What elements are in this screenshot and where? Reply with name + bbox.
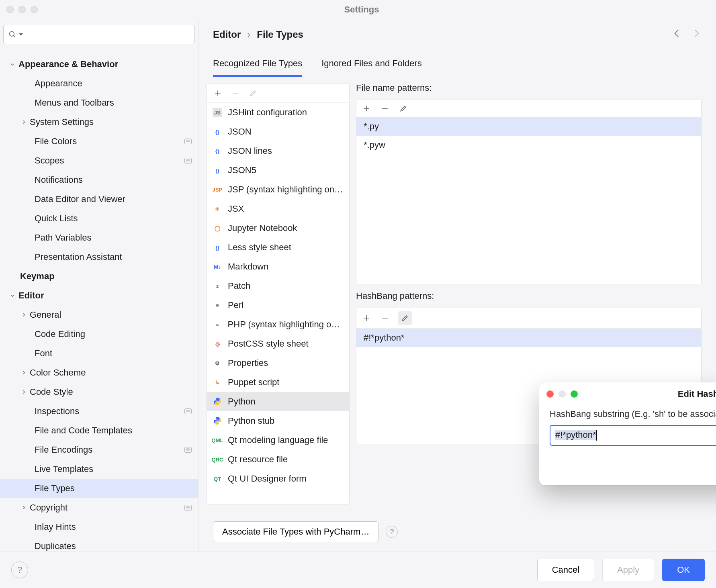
modal-close-icon[interactable] — [546, 390, 554, 398]
sidebar-item-file-and-code-templates[interactable]: File and Code Templates — [0, 421, 198, 440]
filetype-item-postcss-style-sheet[interactable]: ◎PostCSS style sheet — [207, 334, 349, 353]
sidebar-item-label: Data Editor and Viewer — [35, 194, 192, 204]
remove-hashbang-button[interactable] — [380, 313, 390, 323]
chevron-right-icon — [20, 118, 27, 126]
chevron-down-icon — [19, 33, 23, 36]
back-button[interactable] — [672, 28, 682, 41]
sidebar-item-presentation-assistant[interactable]: Presentation Assistant — [0, 247, 198, 267]
sidebar-item-font[interactable]: Font — [0, 344, 198, 363]
sidebar-item-copyright[interactable]: Copyright — [0, 498, 198, 517]
close-window-icon[interactable] — [6, 6, 14, 13]
add-hashbang-button[interactable] — [361, 313, 372, 323]
sidebar-item-label: Color Scheme — [30, 368, 192, 378]
file-pattern-item[interactable]: *.py — [356, 117, 701, 136]
filetype-item-qt-modeling-language-file[interactable]: QMLQt modeling language file — [207, 431, 349, 450]
file-pattern-item[interactable]: *.pyw — [356, 136, 701, 154]
tab-recognized-file-types[interactable]: Recognized File Types — [213, 58, 302, 77]
sidebar-item-keymap[interactable]: Keymap — [0, 267, 198, 286]
footer-help-button[interactable]: ? — [11, 561, 28, 578]
filetype-item-python[interactable]: Python — [207, 392, 349, 411]
filetype-item-qt-resource-file[interactable]: QRCQt resource file — [207, 450, 349, 469]
dialog-footer: ? Cancel Apply OK — [0, 551, 716, 588]
filetype-item-php-syntax-highlighting-only-[interactable]: ≡PHP (syntax highlighting only) — [207, 315, 349, 334]
sidebar-item-label: General — [30, 310, 192, 320]
sidebar-item-label: Code Style — [30, 387, 192, 397]
filetype-label: JSX — [228, 204, 244, 214]
edit-hashbang-button[interactable] — [398, 311, 412, 325]
search-icon — [8, 31, 16, 39]
sidebar-item-notifications[interactable]: Notifications — [0, 170, 198, 190]
project-badge-icon — [184, 447, 192, 453]
filetype-item-perl[interactable]: ≡Perl — [207, 296, 349, 315]
chevron-right-icon: › — [247, 29, 250, 40]
forward-button[interactable] — [691, 28, 702, 41]
sidebar-item-code-style[interactable]: Code Style — [0, 382, 198, 402]
sidebar-item-menus-and-toolbars[interactable]: Menus and Toolbars — [0, 93, 198, 112]
search-input[interactable] — [3, 25, 195, 44]
cancel-button[interactable]: Cancel — [537, 559, 594, 581]
filetype-item-markdown[interactable]: M↓Markdown — [207, 257, 349, 276]
filetype-icon: ◎ — [213, 339, 222, 349]
filetype-item-python-stub[interactable]: Python stub — [207, 411, 349, 431]
sidebar-item-file-types[interactable]: File Types — [0, 479, 198, 498]
edit-hashbang-modal: Edit HashBang Pattern HashBang substring… — [539, 382, 716, 485]
sidebar-item-path-variables[interactable]: Path Variables — [0, 228, 198, 247]
sidebar-item-live-templates[interactable]: Live Templates — [0, 459, 198, 479]
chevron-down-icon — [9, 61, 16, 68]
help-icon[interactable]: ? — [386, 526, 398, 538]
filetype-item-json-lines[interactable]: {}JSON lines — [207, 141, 349, 161]
filetype-item-qt-ui-designer-form[interactable]: QTQt UI Designer form — [207, 469, 349, 488]
filetype-icon: {} — [213, 127, 222, 137]
filetype-item-properties[interactable]: ⚙Properties — [207, 353, 349, 373]
breadcrumb-editor[interactable]: Editor — [213, 29, 241, 40]
filetype-item-jupyter-notebook[interactable]: ◯Jupyter Notebook — [207, 218, 349, 238]
ok-button[interactable]: OK — [662, 559, 705, 581]
file-name-patterns-panel: *.py*.pyw — [356, 100, 702, 284]
filetype-item-patch[interactable]: ±Patch — [207, 276, 349, 296]
sidebar-item-label: Menus and Toolbars — [35, 98, 192, 108]
sidebar-item-file-encodings[interactable]: File Encodings — [0, 440, 198, 459]
associate-filetypes-button[interactable]: Associate File Types with PyCharm… — [213, 521, 378, 542]
filetype-label: JSON5 — [228, 165, 256, 176]
edit-filetype-button[interactable] — [248, 88, 258, 98]
edit-pattern-button[interactable] — [398, 103, 409, 114]
settings-sidebar: Appearance & BehaviorAppearanceMenus and… — [0, 19, 198, 551]
chevron-right-icon — [20, 311, 27, 318]
sidebar-item-editor[interactable]: Editor — [0, 286, 198, 305]
sidebar-item-quick-lists[interactable]: Quick Lists — [0, 209, 198, 228]
sidebar-item-scopes[interactable]: Scopes — [0, 151, 198, 170]
filetype-item-less-style-sheet[interactable]: {}Less style sheet — [207, 238, 349, 257]
filetype-item-json5[interactable]: {}JSON5 — [207, 161, 349, 180]
filetype-item-jsx[interactable]: ⚛JSX — [207, 199, 349, 218]
tab-ignored-files[interactable]: Ignored Files and Folders — [321, 58, 421, 77]
sidebar-item-label: Presentation Assistant — [35, 252, 192, 262]
sidebar-item-inspections[interactable]: Inspections — [0, 402, 198, 421]
sidebar-item-file-colors[interactable]: File Colors — [0, 132, 198, 151]
remove-pattern-button[interactable] — [380, 103, 390, 114]
sidebar-item-label: Inspections — [35, 406, 182, 416]
add-filetype-button[interactable] — [213, 88, 223, 98]
filetype-label: PostCSS style sheet — [228, 339, 309, 349]
filetype-label: Qt resource file — [228, 454, 288, 465]
sidebar-item-data-editor-and-viewer[interactable]: Data Editor and Viewer — [0, 190, 198, 209]
remove-filetype-button[interactable] — [230, 88, 241, 98]
sidebar-item-color-scheme[interactable]: Color Scheme — [0, 363, 198, 382]
filetype-item-jshint-configuration[interactable]: JSJSHint configuration — [207, 103, 349, 122]
filetype-item-json[interactable]: {}JSON — [207, 122, 349, 141]
sidebar-item-label: Live Templates — [35, 464, 192, 474]
sidebar-item-label: Keymap — [20, 271, 192, 282]
add-pattern-button[interactable] — [361, 103, 372, 114]
sidebar-item-label: Quick Lists — [35, 213, 192, 224]
sidebar-item-label: Notifications — [35, 175, 192, 185]
hashbang-input[interactable] — [550, 425, 716, 446]
sidebar-item-appearance-behavior[interactable]: Appearance & Behavior — [0, 55, 198, 74]
sidebar-item-duplicates[interactable]: Duplicates — [0, 537, 198, 551]
sidebar-item-system-settings[interactable]: System Settings — [0, 112, 198, 132]
filetype-item-puppet-script[interactable]: ↳Puppet script — [207, 373, 349, 392]
sidebar-item-appearance[interactable]: Appearance — [0, 74, 198, 93]
sidebar-item-general[interactable]: General — [0, 305, 198, 325]
sidebar-item-inlay-hints[interactable]: Inlay Hints — [0, 517, 198, 537]
hashbang-pattern-item[interactable]: #!*python* — [356, 329, 701, 347]
sidebar-item-code-editing[interactable]: Code Editing — [0, 325, 198, 344]
filetype-item-jsp-syntax-highlighting-only-[interactable]: JSPJSP (syntax highlighting only) — [207, 180, 349, 199]
